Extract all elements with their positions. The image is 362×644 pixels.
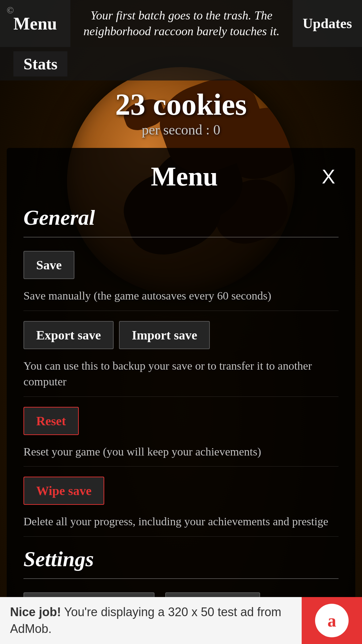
export-save-button[interactable]: Export save	[23, 321, 114, 349]
stats-button[interactable]: Stats	[13, 51, 67, 76]
wipe-row: Wipe save	[23, 477, 339, 510]
import-save-button[interactable]: Import save	[119, 321, 210, 349]
export-import-section: Export save Import save You can use this…	[23, 321, 339, 397]
reset-description: Reset your game (you will keep your achi…	[23, 444, 339, 467]
ad-text-area: Nice job! You're displaying a 320 x 50 t…	[0, 597, 302, 644]
cookie-count-area: 23 cookies per second : 0	[0, 80, 362, 138]
cookie-count: 23 cookies	[0, 87, 362, 122]
wipe-save-button[interactable]: Wipe save	[23, 477, 104, 505]
settings-section-header: Settings	[23, 547, 339, 572]
ad-nicejob: Nice job!	[10, 605, 61, 619]
general-divider	[23, 237, 339, 237]
wipe-description: Delete all your progress, including your…	[23, 514, 339, 537]
reset-row: Reset	[23, 407, 339, 440]
menu-title: Menu	[50, 161, 318, 192]
close-menu-button[interactable]: X	[318, 167, 339, 187]
save-row: Save	[23, 251, 339, 284]
save-section: Save Save manually (the game autosaves e…	[23, 251, 339, 311]
admob-logo: a	[302, 597, 362, 644]
stats-bar: Stats	[0, 47, 362, 80]
save-button[interactable]: Save	[23, 251, 74, 279]
export-import-row: Export save Import save	[23, 321, 339, 355]
transfer-description: You can use this to backup your save or …	[23, 358, 339, 397]
wipe-section: Wipe save Delete all your progress, incl…	[23, 477, 339, 537]
reset-button[interactable]: Reset	[23, 407, 79, 435]
menu-overlay: Menu X General Save Save manually (the g…	[7, 148, 355, 644]
copyright: ©	[7, 5, 14, 16]
ad-banner: Nice job! You're displaying a 320 x 50 t…	[0, 597, 362, 644]
admob-logo-icon: a	[315, 604, 349, 637]
reset-section: Reset Reset your game (you will keep you…	[23, 407, 339, 467]
menu-title-row: Menu X	[23, 161, 339, 192]
save-description: Save manually (the game autosaves every …	[23, 288, 339, 311]
admob-icon-symbol: a	[327, 611, 336, 631]
top-bar: Menu Your first batch goes to the trash.…	[0, 0, 362, 47]
per-second-display: per second : 0	[0, 122, 362, 138]
top-message: Your first batch goes to the trash. The …	[70, 0, 293, 47]
settings-divider	[23, 578, 339, 579]
updates-button[interactable]: Updates	[293, 0, 362, 47]
general-section-header: General	[23, 205, 339, 230]
